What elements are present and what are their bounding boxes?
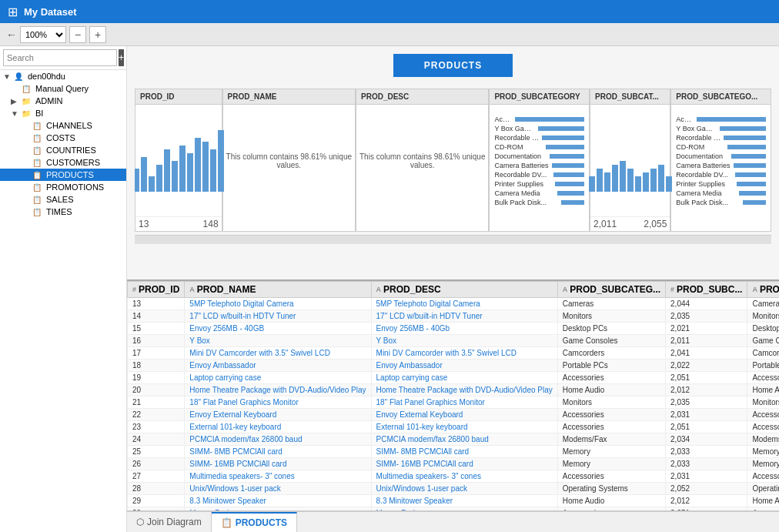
table-cell: 2,012 xyxy=(666,384,747,396)
table-cell: External 101-key keyboard xyxy=(371,421,557,433)
sidebar-item-admin[interactable]: ▶ 📁 ADMIN xyxy=(0,95,126,107)
table-row[interactable]: 18Envoy AmbassadorEnvoy AmbassadorPortab… xyxy=(128,360,780,372)
table-cell: Accessories xyxy=(747,470,779,483)
th-prod_subcat_b[interactable]: #PROD_SUBC... xyxy=(666,282,747,298)
table-row[interactable]: 23External 101-key keyboardExternal 101-… xyxy=(128,421,780,433)
tree-label-promotions: PROMOTIONS xyxy=(46,182,104,192)
bar xyxy=(650,169,657,192)
sidebar-item-countries[interactable]: 📋 COUNTRIES xyxy=(0,144,126,156)
sidebar-item-times[interactable]: 📋 TIMES xyxy=(0,206,126,218)
zoom-out-button[interactable]: − xyxy=(69,26,86,43)
bar xyxy=(156,165,162,192)
tree-label-manual-query: Manual Query xyxy=(35,84,89,93)
table-cell: PCMCIA modem/fax 26800 baud xyxy=(371,433,557,446)
sidebar-item-manual-query[interactable]: 📋 Manual Query xyxy=(0,82,126,95)
table-row[interactable]: 24PCMCIA modem/fax 26800 baudPCMCIA mode… xyxy=(128,433,780,446)
th-prod_name[interactable]: APROD_NAME xyxy=(185,282,371,298)
col-card-prod_subcategory: PROD_SUBCATEGORY Accessories Y Box Games… xyxy=(489,89,590,232)
search-button[interactable]: + xyxy=(119,49,124,66)
bar xyxy=(202,142,209,192)
sidebar-item-products[interactable]: 📋 PRODUCTS xyxy=(0,169,126,181)
table-cell: Home Audio xyxy=(747,384,779,396)
tree-icon-bi: 📁 xyxy=(22,109,34,118)
list-label: Camera Media xyxy=(494,189,554,197)
col-header-prod_id: PROD_ID xyxy=(135,89,222,105)
table-row[interactable]: 2118" Flat Panel Graphics Monitor18" Fla… xyxy=(128,396,780,409)
table-cell: Monitors xyxy=(557,310,665,323)
sidebar-item-promotions[interactable]: 📋 PROMOTIONS xyxy=(0,181,126,193)
list-bar xyxy=(553,172,584,177)
tab-products[interactable]: 📋PRODUCTS xyxy=(212,512,297,532)
sidebar-tree: ▼ 👤 den00hdu 📋 Manual Query ▶ 📁 ADMIN ▼ … xyxy=(0,70,126,532)
sidebar-item-channels[interactable]: 📋 CHANNELS xyxy=(0,119,126,132)
table-cell: Accessories xyxy=(747,409,779,421)
table-cell: Monitors xyxy=(747,310,779,323)
table-row[interactable]: 22Envoy External KeyboardEnvoy External … xyxy=(128,409,780,421)
table-cell: 17 xyxy=(128,347,185,360)
horizontal-scrollbar[interactable] xyxy=(135,235,771,244)
list-item: Camera Batteries xyxy=(674,161,767,170)
col-max-prod_id: 148 xyxy=(203,219,219,229)
table-cell: 28 xyxy=(128,483,185,495)
table-row[interactable]: 25SIMM- 8MB PCMClAll cardSIMM- 8MB PCMCl… xyxy=(128,446,780,458)
list-bar xyxy=(720,126,766,131)
table-row[interactable]: 135MP Telephoto Digital Camera5MP Teleph… xyxy=(128,298,780,310)
col-type-icon-prod_name: A xyxy=(189,286,195,293)
tree-expand-admin: ▶ xyxy=(11,97,22,105)
table-row[interactable]: 19Laptop carrying caseLaptop carrying ca… xyxy=(128,372,780,384)
search-input[interactable] xyxy=(3,49,117,66)
sidebar-item-bi[interactable]: ▼ 📁 BI xyxy=(0,107,126,119)
table-row[interactable]: 26SIMM- 16MB PCMClAll cardSIMM- 16MB PCM… xyxy=(128,458,780,470)
col-header-prod_name: PROD_NAME xyxy=(223,89,355,105)
col-type-icon-prod_id: # xyxy=(132,286,136,293)
tree-icon-costs: 📋 xyxy=(32,134,45,142)
tab-join-diagram[interactable]: ⬡Join Diagram xyxy=(127,512,212,532)
products-table-button[interactable]: PRODUCTS xyxy=(393,54,513,77)
col-card-prod_subcat3: PROD_SUBCATEGO... Accessories Y Box Game… xyxy=(670,89,771,232)
table-row[interactable]: 1417" LCD w/built-in HDTV Tuner17" LCD w… xyxy=(128,310,780,323)
th-prod_subcat_c[interactable]: APROD_SUBCATEGO... xyxy=(747,282,779,298)
table-row[interactable]: 15Envoy 256MB - 40GBEnvoy 256MB - 40GbDe… xyxy=(128,323,780,335)
list-item: Recordable CDs xyxy=(674,133,767,142)
table-cell: 13 xyxy=(128,298,185,310)
data-table-container: #PROD_IDAPROD_NAMEAPROD_DESCAPROD_SUBCAT… xyxy=(127,279,779,510)
tree-expand-den00hdu: ▼ xyxy=(3,72,14,81)
list-item: Y Box Games xyxy=(493,124,586,133)
zoom-in-button[interactable]: + xyxy=(89,26,106,43)
th-prod_id[interactable]: #PROD_ID xyxy=(128,282,185,298)
col-footer-prod_id: 13 148 xyxy=(135,216,222,231)
table-cell: Y Box xyxy=(371,335,557,347)
list-label: Accessories xyxy=(676,115,694,123)
table-row[interactable]: 27Multimedia speakers- 3" conesMultimedi… xyxy=(128,470,780,483)
th-prod_desc[interactable]: APROD_DESC xyxy=(371,282,557,298)
tab-label-products: PRODUCTS xyxy=(236,517,287,528)
bar xyxy=(658,165,664,192)
list-bar xyxy=(724,136,766,140)
sidebar-item-sales[interactable]: 📋 SALES xyxy=(0,193,126,206)
tab-icon-join-diagram: ⬡ xyxy=(136,517,144,527)
table-cell: Home Audio xyxy=(557,495,665,507)
table-row[interactable]: 298.3 Minitower Speaker8.3 Minitower Spe… xyxy=(128,495,780,507)
table-cell: 2,021 xyxy=(666,323,747,335)
col-max-prod_subcat2: 2,055 xyxy=(644,219,667,229)
column-cards-container: PROD_ID 13 148 PROD_NAME This column con… xyxy=(135,89,771,232)
table-row[interactable]: 17Mini DV Camcorder with 3.5" Swivel LCD… xyxy=(128,347,780,360)
table-cell: 26 xyxy=(128,458,185,470)
back-button[interactable]: ← xyxy=(6,28,17,41)
table-row[interactable]: 16Y BoxY BoxGame Consoles2,011Game Conso… xyxy=(128,335,780,347)
bar xyxy=(164,149,170,192)
table-cell: 2,041 xyxy=(666,347,747,360)
col-card-prod_name: PROD_NAME This column contains 98.61% un… xyxy=(222,89,356,232)
sidebar-item-den00hdu[interactable]: ▼ 👤 den00hdu xyxy=(0,70,126,82)
th-prod_subcateg[interactable]: APROD_SUBCATEG... xyxy=(557,282,665,298)
zoom-select[interactable]: 100% 75% 150% xyxy=(20,26,66,43)
table-cell: SIMM- 8MB PCMClAll card xyxy=(185,446,371,458)
sidebar-item-customers[interactable]: 📋 CUSTOMERS xyxy=(0,156,126,169)
sidebar-item-costs[interactable]: 📋 COSTS xyxy=(0,132,126,144)
table-row[interactable]: 20Home Theatre Package with DVD-Audio/Vi… xyxy=(128,384,780,396)
tree-icon-manual-query: 📋 xyxy=(22,85,34,93)
table-cell: Cameras xyxy=(557,298,665,310)
table-row[interactable]: 28Unix/Windows 1-user packUnix/Windows 1… xyxy=(128,483,780,495)
table-cell: Accessories xyxy=(747,372,779,384)
list-bar xyxy=(550,154,584,159)
